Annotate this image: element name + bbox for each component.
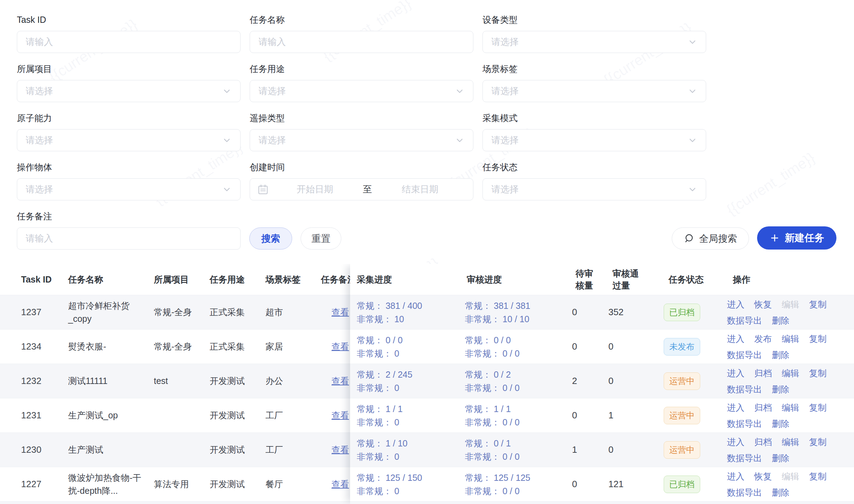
action-link[interactable]: 恢复 bbox=[754, 298, 772, 310]
task-id-input[interactable]: 请输入 bbox=[17, 31, 241, 53]
task-status-select[interactable]: 请选择 bbox=[482, 178, 706, 200]
cell-pending-count: 0 bbox=[572, 307, 608, 318]
action-link[interactable]: 进入 bbox=[727, 402, 744, 413]
action-link[interactable]: 数据导出 bbox=[727, 486, 762, 498]
action-link[interactable]: 恢复 bbox=[754, 470, 772, 482]
action-link[interactable]: 归档 bbox=[754, 367, 772, 379]
action-link[interactable]: 进入 bbox=[727, 333, 744, 345]
action-link[interactable]: 编辑 bbox=[782, 333, 799, 345]
view-remark-link[interactable]: 查看 bbox=[331, 341, 349, 351]
placeholder: 请输入 bbox=[258, 36, 286, 48]
task-name-input[interactable]: 请输入 bbox=[250, 31, 473, 53]
action-link[interactable]: 数据导出 bbox=[727, 452, 762, 464]
row-actions: 进入 恢复 编辑 复制 数据导出 删除 bbox=[727, 298, 843, 326]
cell-approved-count: 352 bbox=[608, 307, 663, 318]
action-link[interactable]: 删除 bbox=[772, 314, 789, 326]
action-link[interactable]: 复制 bbox=[809, 298, 827, 310]
action-link[interactable]: 进入 bbox=[727, 298, 744, 310]
column-header-purpose: 任务用途 bbox=[210, 274, 265, 285]
action-link[interactable]: 归档 bbox=[754, 436, 772, 448]
cell-status: 已归档 bbox=[664, 304, 727, 321]
row-actions: 进入 归档 编辑 复制 数据导出 删除 bbox=[727, 402, 843, 430]
action-link[interactable]: 复制 bbox=[809, 367, 827, 379]
atomic-ability-select[interactable]: 请选择 bbox=[17, 129, 241, 151]
collect-mode-select[interactable]: 请选择 bbox=[482, 129, 706, 151]
action-link[interactable]: 编辑 bbox=[782, 367, 799, 379]
action-link[interactable]: 编辑 bbox=[782, 470, 799, 482]
action-link[interactable]: 数据导出 bbox=[727, 314, 762, 326]
action-link[interactable]: 数据导出 bbox=[727, 418, 762, 430]
operate-object-select[interactable]: 请选择 bbox=[17, 178, 241, 200]
cell-collect-progress: 常规： 0 / 0 非常规： 0 bbox=[357, 333, 465, 360]
action-link[interactable]: 进入 bbox=[727, 470, 744, 482]
cell-status: 运营中 bbox=[664, 372, 727, 390]
field-scene-tag: 场景标签 请选择 bbox=[482, 63, 706, 102]
action-link[interactable]: 数据导出 bbox=[727, 383, 762, 395]
status-badge: 运营中 bbox=[664, 372, 700, 390]
search-button[interactable]: 搜索 bbox=[249, 227, 292, 250]
task-remark-input[interactable]: 请输入 bbox=[17, 227, 241, 250]
action-link[interactable]: 数据导出 bbox=[727, 349, 762, 361]
row-actions: 进入 恢复 编辑 复制 数据导出 删除 bbox=[727, 470, 843, 498]
action-link[interactable]: 编辑 bbox=[782, 402, 799, 413]
scene-tag-select[interactable]: 请选择 bbox=[482, 80, 706, 102]
action-link[interactable]: 删除 bbox=[772, 349, 789, 361]
row-actions: 进入 发布 编辑 复制 数据导出 删除 bbox=[727, 333, 843, 361]
placeholder: 请选择 bbox=[258, 134, 286, 146]
teleop-type-select[interactable]: 请选择 bbox=[250, 129, 473, 151]
cell-scene: 办公 bbox=[265, 375, 321, 387]
action-link[interactable]: 复制 bbox=[809, 402, 827, 413]
cell-review-progress: 常规： 0 / 1 非常规： 0 / 0 bbox=[465, 437, 572, 463]
device-type-select[interactable]: 请选择 bbox=[482, 31, 706, 53]
cell-pending-count: 0 bbox=[572, 479, 608, 490]
action-link[interactable]: 进入 bbox=[727, 436, 744, 448]
chevron-down-icon bbox=[455, 86, 465, 96]
cell-task-id: 1232 bbox=[21, 376, 68, 386]
field-teleop-type: 遥操类型 请选择 bbox=[250, 112, 473, 151]
cell-status: 运营中 bbox=[664, 441, 727, 459]
cell-collect-progress: 常规： 1 / 1 非常规： 0 bbox=[357, 402, 465, 429]
start-date-input[interactable]: 开始日期 bbox=[269, 183, 361, 195]
project-select[interactable]: 请选择 bbox=[17, 80, 241, 102]
column-header-task-id: Task ID bbox=[21, 274, 68, 285]
column-header-approved-count: 审核通过量 bbox=[612, 267, 669, 291]
view-remark-link[interactable]: 查看 bbox=[331, 376, 349, 386]
action-link[interactable]: 复制 bbox=[809, 436, 827, 448]
cell-scene: 超市 bbox=[265, 306, 321, 318]
cell-pending-count: 0 bbox=[572, 341, 608, 352]
create-time-range-picker[interactable]: 开始日期 至 结束日期 bbox=[250, 178, 473, 200]
new-task-button[interactable]: 新建任务 bbox=[757, 226, 836, 250]
action-link[interactable]: 删除 bbox=[772, 418, 789, 430]
action-link[interactable]: 复制 bbox=[809, 333, 827, 345]
action-link[interactable]: 删除 bbox=[772, 486, 789, 498]
view-remark-link[interactable]: 查看 bbox=[331, 445, 349, 455]
action-link[interactable]: 进入 bbox=[727, 367, 744, 379]
action-link[interactable]: 删除 bbox=[772, 383, 789, 395]
table-row-partial bbox=[350, 501, 854, 504]
column-header-status: 任务状态 bbox=[669, 274, 733, 285]
action-link[interactable]: 归档 bbox=[754, 402, 772, 413]
reset-button[interactable]: 重置 bbox=[301, 227, 341, 250]
action-link[interactable]: 复制 bbox=[809, 470, 827, 482]
cell-purpose: 开发测试 bbox=[210, 410, 265, 421]
view-remark-link[interactable]: 查看 bbox=[331, 307, 349, 317]
global-search-button[interactable]: 全局搜索 bbox=[672, 227, 749, 250]
field-label: 设备类型 bbox=[482, 14, 706, 25]
action-link[interactable]: 发布 bbox=[754, 333, 772, 345]
task-purpose-select[interactable]: 请选择 bbox=[250, 80, 473, 102]
placeholder: 请选择 bbox=[491, 85, 519, 97]
action-link[interactable]: 编辑 bbox=[782, 436, 799, 448]
action-link[interactable]: 删除 bbox=[772, 452, 789, 464]
placeholder: 请输入 bbox=[26, 36, 53, 48]
view-remark-link[interactable]: 查看 bbox=[331, 410, 349, 420]
table-fixed-columns: 采集进度 审核进度 待审核量 审核通过量 任务状态 操作 常规： 381 / 4… bbox=[350, 264, 854, 504]
cell-review-progress: 常规： 0 / 0 非常规： 0 / 0 bbox=[465, 333, 572, 360]
action-link[interactable]: 编辑 bbox=[782, 298, 799, 310]
status-badge: 已归档 bbox=[664, 304, 700, 321]
field-collect-mode: 采集模式 请选择 bbox=[482, 112, 706, 151]
calendar-icon bbox=[257, 184, 269, 195]
end-date-input[interactable]: 结束日期 bbox=[374, 183, 466, 195]
cell-collect-progress: 常规： 1 / 10 非常规： 0 bbox=[357, 437, 465, 463]
cell-name: 生产测试_op bbox=[68, 409, 154, 422]
view-remark-link[interactable]: 查看 bbox=[331, 479, 349, 489]
